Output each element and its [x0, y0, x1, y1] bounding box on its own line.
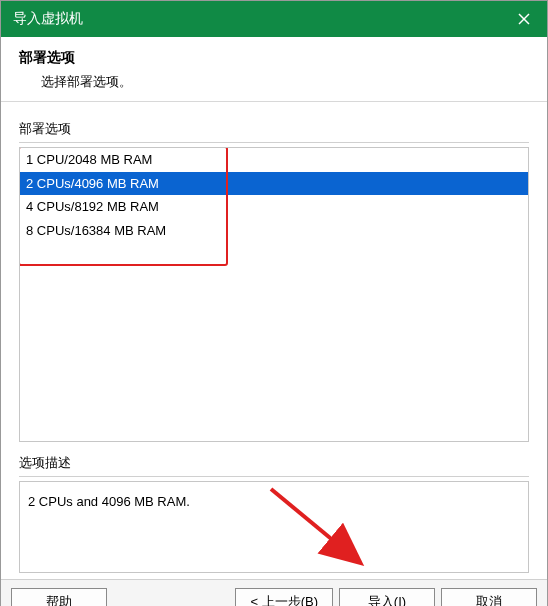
- back-button[interactable]: < 上一步(B): [235, 588, 333, 606]
- list-item[interactable]: 2 CPUs/4096 MB RAM: [20, 172, 528, 196]
- list-item[interactable]: 8 CPUs/16384 MB RAM: [20, 219, 528, 243]
- content-area: 部署选项 1 CPU/2048 MB RAM 2 CPUs/4096 MB RA…: [1, 102, 547, 579]
- description-label: 选项描述: [19, 454, 529, 472]
- titlebar: 导入虚拟机: [1, 1, 547, 37]
- page-title: 部署选项: [19, 49, 529, 67]
- divider: [19, 476, 529, 477]
- wizard-header: 部署选项 选择部署选项。: [1, 37, 547, 102]
- options-listbox[interactable]: 1 CPU/2048 MB RAM 2 CPUs/4096 MB RAM 4 C…: [19, 147, 529, 442]
- import-button[interactable]: 导入(I): [339, 588, 435, 606]
- description-text: 2 CPUs and 4096 MB RAM.: [28, 494, 190, 509]
- page-subtitle: 选择部署选项。: [41, 73, 529, 91]
- cancel-button[interactable]: 取消: [441, 588, 537, 606]
- options-list: 1 CPU/2048 MB RAM 2 CPUs/4096 MB RAM 4 C…: [20, 148, 528, 242]
- list-item[interactable]: 4 CPUs/8192 MB RAM: [20, 195, 528, 219]
- window-title: 导入虚拟机: [13, 10, 83, 28]
- list-item[interactable]: 1 CPU/2048 MB RAM: [20, 148, 528, 172]
- nav-buttons: < 上一步(B) 导入(I) 取消: [235, 588, 537, 606]
- button-bar: 帮助 < 上一步(B) 导入(I) 取消: [1, 579, 547, 606]
- close-button[interactable]: [501, 1, 547, 37]
- import-vm-dialog: 导入虚拟机 部署选项 选择部署选项。 部署选项 1 CPU/2048 MB RA…: [0, 0, 548, 606]
- options-label: 部署选项: [19, 120, 529, 138]
- description-box: 2 CPUs and 4096 MB RAM.: [19, 481, 529, 573]
- close-icon: [518, 13, 530, 25]
- help-button[interactable]: 帮助: [11, 588, 107, 606]
- divider: [19, 142, 529, 143]
- description-section: 选项描述 2 CPUs and 4096 MB RAM.: [19, 454, 529, 573]
